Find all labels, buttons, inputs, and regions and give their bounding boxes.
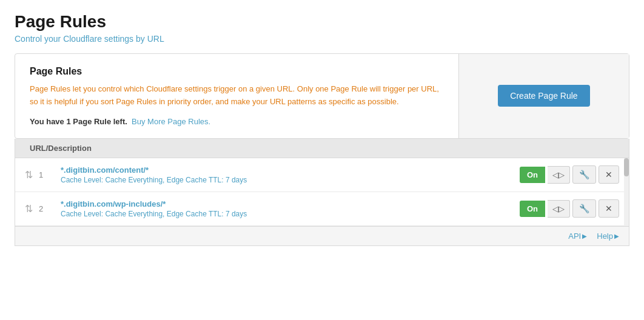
table-header: URL/Description [15,139,629,158]
help-link[interactable]: Help ▶ [597,232,619,241]
row-actions: On ◁▷ 🔧 ✕ [520,165,619,184]
info-panel-right: Create Page Rule [459,54,629,138]
row-content: *.digitbin.com/content/* Cache Level: Ca… [61,165,520,184]
table-row: ⇅ 2 *.digitbin.com/wp-includes/* Cache L… [15,192,629,226]
info-panel-description: Page Rules let you control which Cloudfl… [30,83,444,108]
row-actions: On ◁▷ 🔧 ✕ [520,199,619,218]
scrollbar-track [624,158,629,226]
row-number: 1 [39,170,51,179]
toggle-on-button[interactable]: On [520,167,545,183]
buy-more-link[interactable]: Buy More Page Rules. [132,117,210,126]
api-link[interactable]: API ▶ [568,232,587,241]
page-title: Page Rules [15,12,629,32]
row-url: *.digitbin.com/content/* [61,165,520,175]
delete-rule-button[interactable]: ✕ [599,199,619,218]
table-body: ⇅ 1 *.digitbin.com/content/* Cache Level… [15,158,629,226]
edit-rule-button[interactable]: 🔧 [572,165,596,184]
toggle-on-button[interactable]: On [520,201,545,217]
api-label: API [568,232,581,241]
rules-count-strong: You have 1 Page Rule left. [30,117,127,126]
info-panel: Page Rules Page Rules let you control wh… [15,53,629,139]
delete-rule-button[interactable]: ✕ [599,165,619,184]
info-panel-title: Page Rules [30,66,444,77]
help-label: Help [597,232,613,241]
row-number: 2 [39,204,51,213]
rules-left-count: You have 1 Page Rule left. Buy More Page… [30,117,444,126]
drag-handle-icon[interactable]: ⇅ [25,203,33,215]
drag-handle-icon[interactable]: ⇅ [25,169,33,181]
page-subtitle: Control your Cloudflare settings by URL [15,34,629,44]
toggle-arrows-button[interactable]: ◁▷ [548,200,570,218]
rules-table: URL/Description ⇅ 1 *.digitbin.com/conte… [15,139,629,246]
row-url: *.digitbin.com/wp-includes/* [61,199,520,208]
table-row: ⇅ 1 *.digitbin.com/content/* Cache Level… [15,158,629,192]
api-arrow-icon: ▶ [582,233,587,239]
row-desc: Cache Level: Cache Everything, Edge Cach… [61,176,520,184]
toggle-arrows-button[interactable]: ◁▷ [548,166,570,184]
create-page-rule-button[interactable]: Create Page Rule [498,85,589,107]
edit-rule-button[interactable]: 🔧 [572,199,596,218]
help-arrow-icon: ▶ [614,233,619,239]
row-desc: Cache Level: Cache Everything, Edge Cach… [61,210,520,218]
info-panel-left: Page Rules Page Rules let you control wh… [15,54,459,138]
footer-bar: API ▶ Help ▶ [15,226,629,245]
scrollbar-thumb[interactable] [624,158,629,176]
row-content: *.digitbin.com/wp-includes/* Cache Level… [61,199,520,218]
